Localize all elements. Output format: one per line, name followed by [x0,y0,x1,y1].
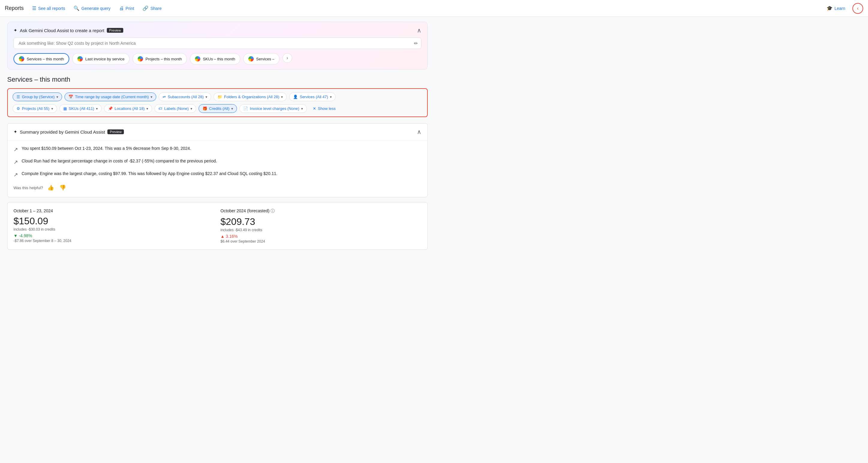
filter-group-by[interactable]: ☰ Group by (Service) ▾ [12,92,62,101]
chevron-down-icon: ▾ [190,107,192,111]
suggestions-row: Services – this month Last invoice by se… [13,53,422,64]
gemini-bar-header: ✦ Ask Gemini Cloud Assist to create a re… [13,27,422,34]
skus-icon: ▦ [63,106,67,111]
table-icon: ☰ [17,94,20,99]
cost-change-2: ▲ 3.16% [220,234,422,239]
share-icon: 🔗 [143,5,149,11]
learn-icon: 🎓 [827,5,833,11]
gemini-bar-title: ✦ Ask Gemini Cloud Assist to create a re… [13,28,123,33]
invoice-icon: 📄 [243,106,248,111]
nav-right: 🎓 Learn ‹ [822,3,863,14]
summary-section: ✦ Summary provided by Gemini Cloud Assis… [7,123,428,197]
share-link[interactable]: 🔗 Share [139,4,165,13]
filter-services[interactable]: 👤 Services (All 47) ▾ [289,92,336,101]
page-title: Services – this month [7,76,428,84]
cost-period-1: October 1 – 23, 2024 [13,208,214,213]
cost-change-detail-2: $6.44 over September 2024 [220,239,422,243]
summary-header: ✦ Summary provided by Gemini Cloud Assis… [7,123,427,141]
person-icon: 👤 [293,94,298,99]
nav-links: ☰ See all reports 🔍 Generate query 🖨 Pri… [29,4,819,13]
chevron-down-icon: ▾ [231,107,233,111]
google-logo-icon [138,56,143,62]
summary-item-2: ↗ Compute Engine was the largest charge,… [13,171,422,179]
filter-skus[interactable]: ▦ SKUs (All 411) ▾ [59,104,102,113]
filter-time-range[interactable]: 📅 Time range by usage date (Current mont… [64,92,156,101]
cost-block-forecast: October 2024 (forecasted) ⓘ $209.73 incl… [220,208,422,243]
suggestion-chip-4[interactable]: Services – [243,53,280,64]
filter-credits[interactable]: 🎁 Credits (All) ▾ [198,104,237,113]
app-title: Reports [5,5,24,11]
filter-subaccounts[interactable]: ⇌ Subaccounts (All 28) ▾ [159,92,211,101]
summary-item-0: ↗ You spent $150.09 between Oct 1-23, 20… [13,145,422,154]
trend-icon: ↗ [13,171,18,179]
collapse-button[interactable]: ∧ [417,27,422,34]
suggestion-chip-1[interactable]: Last invoice by service [72,53,130,64]
sidebar-toggle-button[interactable]: ‹ [852,3,863,14]
thumbs-up-button[interactable]: 👍 [46,183,55,192]
sparkle-icon: ✦ [13,28,18,33]
summary-title: ✦ Summary provided by Gemini Cloud Assis… [13,129,124,135]
calendar-icon: 📅 [68,94,73,99]
cost-credits-2: includes -$43.49 in credits [220,228,422,232]
filters-section: ☰ Group by (Service) ▾ 📅 Time range by u… [7,88,428,117]
main-content: ✦ Ask Gemini Cloud Assist to create a re… [0,22,435,257]
chevron-down-icon: ▾ [301,107,303,111]
gemini-bar: ✦ Ask Gemini Cloud Assist to create a re… [7,22,428,70]
location-icon: 📌 [108,106,113,111]
label-icon: 🏷 [158,106,162,111]
chevron-down-icon: ▾ [96,107,98,111]
cost-amount-2: $209.73 [220,216,422,227]
trend-icon: ↗ [13,158,18,166]
cost-credits-1: includes -$30.03 in credits [13,227,214,231]
print-link[interactable]: 🖨 Print [116,4,138,13]
preview-badge: Preview [107,28,123,33]
filter-invoice-charges[interactable]: 📄 Invoice level charges (None) ▾ [239,104,307,113]
suggestion-chip-3[interactable]: SKUs – this month [190,53,240,64]
projects-icon: ⚙ [17,106,20,111]
folder-icon: 📁 [217,94,222,99]
suggestion-chip-0[interactable]: Services – this month [13,53,69,64]
print-icon: 🖨 [119,6,124,11]
filter-labels[interactable]: 🏷 Labels (None) ▾ [154,104,196,113]
cost-grid: October 1 – 23, 2024 $150.09 includes -$… [13,208,422,243]
filter-folders[interactable]: 📁 Folders & Organizations (All 28) ▾ [214,92,287,101]
sparkle-icon: ✦ [13,129,18,135]
see-all-reports-link[interactable]: ☰ See all reports [29,4,69,13]
chevron-down-icon: ▾ [330,95,332,99]
cost-change-1: ▼ -4.98% [13,233,214,238]
chevron-down-icon: ▾ [151,95,152,99]
gemini-search-input[interactable] [13,37,422,49]
cost-section: October 1 – 23, 2024 $150.09 includes -$… [7,202,428,250]
chevron-down-icon: ▾ [56,95,58,99]
filter-locations[interactable]: 📌 Locations (All 18) ▾ [104,104,152,113]
google-logo-icon [195,56,200,62]
helpful-row: Was this helpful? 👍 👎 [13,183,422,192]
suggestion-chip-2[interactable]: Projects – this month [132,53,187,64]
collapse-icon: ✕ [313,106,316,111]
cost-amount-1: $150.09 [13,215,214,227]
google-logo-icon [78,56,83,62]
summary-collapse-button[interactable]: ∧ [417,128,422,136]
learn-link[interactable]: 🎓 Learn [822,4,850,13]
edit-icon: ✏ [414,40,418,46]
show-less-button[interactable]: ✕ Show less [309,105,339,113]
chevron-down-icon: ▾ [51,107,53,111]
summary-body: ↗ You spent $150.09 between Oct 1-23, 20… [7,141,427,197]
credits-icon: 🎁 [203,106,207,111]
search-icon: 🔍 [73,5,80,11]
cost-change-detail-1: -$7.86 over September 8 – 30, 2024 [13,239,214,243]
cost-period-2: October 2024 (forecasted) ⓘ [220,208,422,214]
filters-row-2: ⚙ Projects (All 55) ▾ ▦ SKUs (All 411) ▾… [12,104,422,113]
preview-badge: Preview [107,129,124,134]
chevron-down-icon: ▾ [281,95,283,99]
thumbs-down-button[interactable]: 👎 [58,183,67,192]
filter-projects[interactable]: ⚙ Projects (All 55) ▾ [12,104,57,113]
subaccounts-icon: ⇌ [162,94,166,99]
generate-query-link[interactable]: 🔍 Generate query [70,4,114,13]
filters-row-1: ☰ Group by (Service) ▾ 📅 Time range by u… [12,92,422,101]
list-icon: ☰ [32,5,36,11]
info-icon[interactable]: ⓘ [271,208,275,213]
suggestions-next-button[interactable]: › [282,53,292,63]
gemini-input-wrapper: ✏ [13,37,422,49]
cost-block-actual: October 1 – 23, 2024 $150.09 includes -$… [13,208,214,243]
